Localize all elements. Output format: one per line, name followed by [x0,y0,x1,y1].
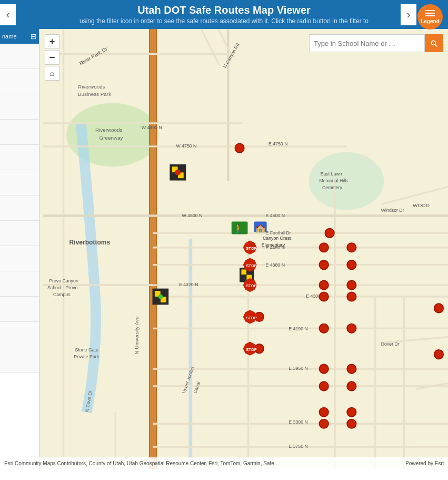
svg-point-92 [347,381,356,391]
svg-text:STOP: STOP [246,263,257,268]
svg-text:Canyon Crest: Canyon Crest [263,236,291,241]
sidebar-name-label: name [2,33,17,40]
svg-text:E 3300 N: E 3300 N [288,419,308,425]
sidebar-item-7 [0,195,39,221]
svg-point-79 [347,260,356,270]
svg-point-82 [319,292,328,301]
svg-text:E 4500 N: E 4500 N [265,213,285,218]
svg-point-78 [319,260,328,270]
svg-text:STOP: STOP [246,246,257,251]
svg-point-118 [175,170,181,175]
sidebar-item-2 [0,69,39,94]
svg-point-75 [325,229,334,238]
svg-text:Riverwoods: Riverwoods [95,127,123,133]
sidebar-item-12 [0,322,39,347]
svg-text:W 4500 N: W 4500 N [182,213,202,218]
svg-text:STOP: STOP [246,347,257,352]
app-title: Utah DOT Safe Routes Map Viewer [21,4,427,16]
svg-rect-0 [0,29,448,469]
svg-text:STOP: STOP [246,283,257,288]
app-header: ‹ Utah DOT Safe Routes Map Viewer using … [0,0,448,29]
svg-text:E 4320 N: E 4320 N [179,282,198,287]
legend-icon [425,10,435,16]
svg-point-77 [347,243,356,252]
svg-text:N University Ave: N University Ave [134,316,140,355]
sidebar-item-10 [0,271,39,297]
attribution-bar: Esri Community Maps Contributors, County… [0,457,448,469]
zoom-in-button[interactable]: + [45,34,59,49]
svg-text:🚶: 🚶 [233,223,244,234]
svg-point-93 [319,381,328,391]
legend-label: Legend [421,18,440,24]
svg-point-98 [319,408,328,417]
svg-text:E 3950 N: E 3950 N [288,366,308,371]
svg-rect-130 [241,269,246,275]
svg-text:WOOD: WOOD [413,202,430,208]
svg-point-76 [319,243,328,252]
attribution-left: Esri Community Maps Contributors, County… [4,461,280,466]
svg-text:E Foothill Dr: E Foothill Dr [265,230,291,236]
svg-text:STOP: STOP [246,316,257,320]
svg-text:E 4750 N: E 4750 N [268,141,288,146]
svg-text:Cemetery: Cemetery [322,185,343,190]
legend-button[interactable]: Legend [417,4,443,30]
search-input[interactable] [309,34,425,52]
svg-point-81 [347,280,356,290]
svg-text:Memorial Hills: Memorial Hills [319,178,349,183]
attribution-right: Powered by Esri [405,461,444,466]
filter-icon[interactable]: ⊟ [31,32,37,41]
svg-point-80 [319,280,328,290]
svg-point-128 [158,295,163,299]
sidebar-item-5 [0,145,39,170]
svg-point-95 [434,350,444,359]
svg-text:Campus: Campus [53,292,71,297]
svg-text:W 4750 N: W 4750 N [176,143,196,149]
svg-point-86 [347,324,356,334]
svg-text:Private Park: Private Park [74,354,99,359]
svg-text:School - Provo: School - Provo [47,285,78,290]
svg-text:Riverbottoms: Riverbottoms [69,239,111,246]
svg-text:Dover Dr: Dover Dr [381,341,400,347]
sidebar-item-3 [0,94,39,120]
app-subtitle: using the filter icon in order to see th… [21,17,427,25]
svg-text:🏫: 🏫 [255,223,266,233]
svg-point-99 [347,408,356,417]
svg-text:E 4450 N: E 4450 N [265,245,285,250]
svg-text:Greenway: Greenway [99,135,123,141]
sidebar-item-8 [0,221,39,246]
sidebar-item-11 [0,297,39,322]
sidebar-header: name ⊟ [0,29,39,44]
svg-text:Windsor Dr: Windsor Dr [381,208,404,213]
svg-text:E 4380 N: E 4380 N [265,262,285,268]
svg-point-90 [319,364,328,374]
svg-text:Provo Canyon: Provo Canyon [49,278,78,283]
svg-text:East Lawn: East Lawn [321,171,342,177]
svg-text:E 4190 N: E 4190 N [288,326,308,331]
map-canvas: River Park Dr Riverwoods Business Park R… [0,29,448,469]
svg-text:Business Park: Business Park [78,91,111,97]
svg-point-83 [347,292,356,301]
map-container[interactable]: River Park Dr Riverwoods Business Park R… [0,29,448,469]
home-button[interactable]: ⌂ [45,66,59,81]
sidebar: name ⊟ [0,29,39,469]
search-icon [430,39,438,47]
nav-right-button[interactable]: › [401,4,416,25]
svg-text:W 4800 N: W 4800 N [142,125,162,130]
svg-text:Riverwoods: Riverwoods [78,84,105,90]
svg-rect-132 [241,275,246,280]
svg-text:E 3750 N: E 3750 N [288,444,308,449]
search-container [309,34,443,52]
svg-point-74 [235,143,244,153]
nav-left-button[interactable]: ‹ [0,4,16,25]
sidebar-item-6 [0,170,39,195]
svg-text:Stone Gate: Stone Gate [75,347,98,352]
search-button[interactable] [425,34,443,52]
svg-point-100 [319,419,328,428]
zoom-out-button[interactable]: − [45,50,59,65]
svg-point-87 [434,303,444,313]
sidebar-item-9 [0,246,39,271]
sidebar-item-1 [0,44,39,69]
svg-point-85 [319,324,328,334]
svg-point-91 [347,364,356,374]
svg-point-101 [347,419,356,428]
